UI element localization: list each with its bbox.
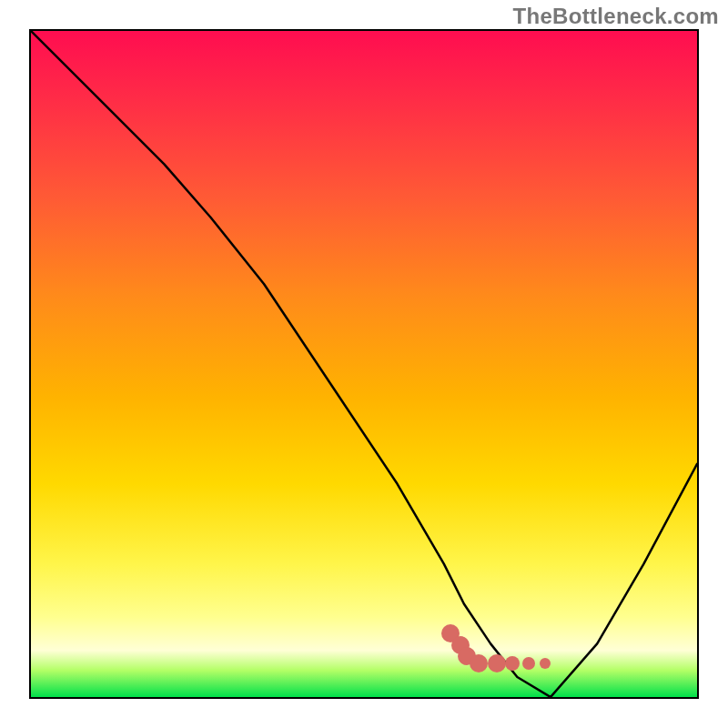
marker-dot <box>505 656 520 671</box>
marker-dot <box>540 658 551 669</box>
watermark-text: TheBottleneck.com <box>513 4 719 29</box>
marker-dot <box>470 654 488 672</box>
marker-dot <box>522 657 535 670</box>
marker-layer <box>31 31 697 697</box>
plot-area <box>29 29 699 699</box>
chart-container: TheBottleneck.com <box>0 0 728 728</box>
marker-dot <box>488 654 506 672</box>
